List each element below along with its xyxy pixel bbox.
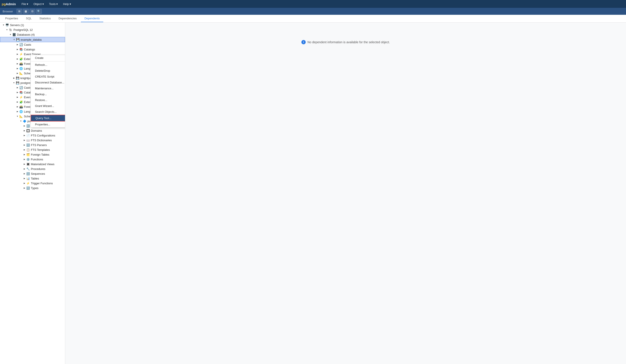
foreign-data-1-chevron xyxy=(16,62,19,65)
menu-bar: pgAdmin File ▾ Object ▾ Tools ▾ Help ▾ xyxy=(0,0,626,8)
event-trigger-2-icon: ⚡ xyxy=(19,95,23,99)
toolbar-filter-icon[interactable]: ⊟ xyxy=(30,9,35,14)
tree-functions[interactable]: ⚙️ Functions xyxy=(0,157,65,162)
tree-catalogs-1[interactable]: 📚 Catalogs xyxy=(0,47,65,52)
example-db-icon: 💾 xyxy=(16,37,20,41)
tab-statistics[interactable]: Statistics xyxy=(36,15,54,22)
sequences-icon: 🔢 xyxy=(26,172,30,176)
tables-chevron xyxy=(23,177,26,180)
chevron-down-icon: ▾ xyxy=(70,2,71,6)
tree-sequences[interactable]: 🔢 Sequences xyxy=(0,171,65,176)
menu-object[interactable]: Object ▾ xyxy=(31,1,46,6)
tree-fts-dict[interactable]: 📖 FTS Dictionaries xyxy=(0,138,65,143)
schemas-1-icon: 📐 xyxy=(19,71,23,75)
tree-fts-config[interactable]: 📄 FTS Configurations xyxy=(0,133,65,138)
ctx-refresh[interactable]: Refresh... xyxy=(31,62,65,68)
postgresql-icon: 🐘 xyxy=(9,28,13,32)
tree-casts-1[interactable]: 🔄 Casts xyxy=(0,42,65,47)
context-menu: Create ▶ Refresh... Delete/Drop CREATE S… xyxy=(31,55,65,128)
domains-icon: 🔲 xyxy=(26,129,30,133)
postgresql-chevron xyxy=(5,28,9,32)
tab-dependencies[interactable]: Dependencies xyxy=(55,15,80,22)
mat-views-label: Materialized Views xyxy=(31,163,54,166)
foreign-tables-icon: 🗂️ xyxy=(26,152,30,156)
casts-1-label: Casts xyxy=(24,43,31,46)
tab-dependents[interactable]: Dependents xyxy=(81,15,103,22)
tree-tables[interactable]: 📊 Tables xyxy=(0,176,65,181)
menu-tools[interactable]: Tools ▾ xyxy=(47,1,60,6)
menu-file[interactable]: File ▾ xyxy=(19,1,31,6)
tree-materialized-views[interactable]: 🔳 Materialized Views xyxy=(0,162,65,166)
tree-domains[interactable]: 🔲 Domains xyxy=(0,128,65,133)
content-area: i No dependent information is available … xyxy=(65,23,626,364)
extensions-1-chevron xyxy=(16,57,19,61)
tree-procedures[interactable]: 🔧 Procedures xyxy=(0,166,65,171)
browser-title: Browser xyxy=(3,10,13,13)
trigger-functions-label: Trigger Functions xyxy=(31,182,53,185)
ctx-disconnect-db[interactable]: Disconnect Database... xyxy=(31,79,65,85)
chevron-down-icon: ▾ xyxy=(42,2,44,6)
functions-icon: ⚙️ xyxy=(26,157,30,161)
fts-config-icon: 📄 xyxy=(26,133,30,137)
databases-chevron xyxy=(9,33,12,36)
ctx-properties[interactable]: Properties... xyxy=(31,121,65,127)
casts-1-icon: 🔄 xyxy=(19,43,23,46)
toolbar-grid-icon[interactable]: ⊞ xyxy=(17,9,22,14)
fts-templates-chevron xyxy=(23,148,26,151)
info-icon: i xyxy=(301,40,306,44)
tree-foreign-tables[interactable]: 🗂️ Foreign Tables xyxy=(0,152,65,157)
tables-icon: 📊 xyxy=(26,177,30,180)
ctx-query-tool[interactable]: Query Tool... xyxy=(31,115,65,121)
tree-postgresql[interactable]: 🐘 PostgreSQL 12 xyxy=(0,27,65,32)
no-info-message: i No dependent information is available … xyxy=(301,40,390,44)
tab-properties[interactable]: Properties xyxy=(2,15,22,22)
tab-sql[interactable]: SQL xyxy=(22,15,35,22)
schemas-2-chevron xyxy=(16,114,19,118)
chevron-down-icon: ▾ xyxy=(56,2,58,6)
tree-fts-parsers[interactable]: 🔡 FTS Parsers xyxy=(0,143,65,147)
tree-servers[interactable]: 🖥️ Servers (1) xyxy=(0,23,65,27)
menu-help[interactable]: Help ▾ xyxy=(61,1,73,6)
collations-chevron xyxy=(23,124,26,128)
logo-text: pgAdmin xyxy=(2,2,16,6)
ctx-grant-wizard[interactable]: Grant Wizard... xyxy=(31,103,65,109)
mat-views-icon: 🔳 xyxy=(26,162,30,166)
menu-items: File ▾ Object ▾ Tools ▾ Help ▾ xyxy=(19,1,73,6)
toolbar-search-icon[interactable]: 🔍 xyxy=(36,9,42,14)
tree-fts-templates[interactable]: 📋 FTS Templates xyxy=(0,147,65,152)
tree-databases[interactable]: 🗄️ Databases (4) xyxy=(0,32,65,37)
functions-label: Functions xyxy=(31,158,43,161)
ctx-maintenance[interactable]: Maintenance... xyxy=(31,85,65,91)
sequences-chevron xyxy=(23,172,26,175)
postgres-label: postgres xyxy=(20,81,31,84)
tree-example-db[interactable]: 💾 example_databa xyxy=(0,37,65,42)
mat-views-chevron xyxy=(23,162,26,166)
servers-icon: 🖥️ xyxy=(5,23,9,27)
postgresql-label: PostgreSQL 12 xyxy=(13,28,33,32)
catalogs-1-icon: 📚 xyxy=(19,47,23,51)
tree-types[interactable]: 🔠 Types xyxy=(0,185,65,190)
ctx-restore[interactable]: Restore... xyxy=(31,97,65,103)
example-db-label: example_databa xyxy=(21,38,41,41)
ctx-search-objects[interactable]: Search Objects... xyxy=(31,109,65,115)
knightjudge-icon: 💾 xyxy=(16,76,20,80)
event-trigger-1-chevron xyxy=(16,52,19,56)
ctx-backup[interactable]: Backup... xyxy=(31,91,65,97)
ctx-create[interactable]: Create ▶ xyxy=(31,55,65,61)
sequences-label: Sequences xyxy=(31,172,45,175)
logo-admin: Admin xyxy=(6,2,16,6)
ctx-separator-1 xyxy=(31,61,65,62)
sidebar-tree: 🖥️ Servers (1) 🐘 PostgreSQL 12 🗄️ Databa… xyxy=(0,23,65,364)
foreign-data-2-icon: 🗃️ xyxy=(19,105,23,109)
public-chevron xyxy=(19,119,23,123)
foreign-data-2-chevron xyxy=(16,105,19,109)
toolbar-table-icon[interactable]: ▦ xyxy=(23,9,29,14)
foreign-tables-chevron xyxy=(23,153,26,156)
no-info-text: No dependent information is available fo… xyxy=(308,40,390,44)
languages-2-icon: 🌐 xyxy=(19,109,23,113)
ctx-create-script[interactable]: CREATE Script xyxy=(31,74,65,79)
tree-trigger-functions[interactable]: ⚡ Trigger Functions xyxy=(0,181,65,185)
example-db-chevron xyxy=(12,38,16,41)
servers-chevron xyxy=(2,23,5,27)
ctx-delete-drop[interactable]: Delete/Drop xyxy=(31,68,65,74)
